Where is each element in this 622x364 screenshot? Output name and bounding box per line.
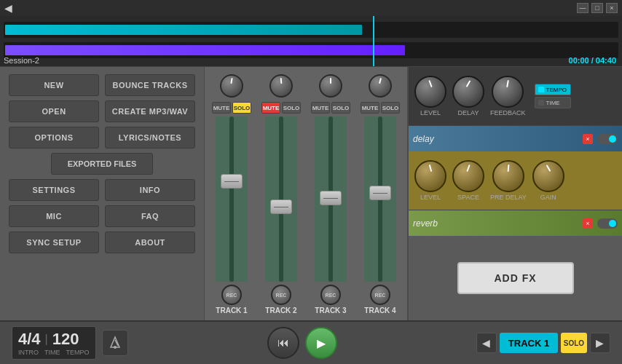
close-button[interactable]: × <box>606 3 618 13</box>
track2-pan-knob[interactable] <box>269 74 293 98</box>
track4-pan-knob[interactable] <box>369 74 392 98</box>
track-channel-3: MUTE SOLO REC TRACK 3 <box>307 73 355 314</box>
fx-reverb-close-button[interactable]: × <box>583 218 593 229</box>
menu-row-5: MIC FAQ <box>9 205 195 227</box>
track1-pan-knob[interactable] <box>220 74 243 98</box>
track4-fader-handle[interactable] <box>369 186 391 200</box>
faq-button[interactable]: FAQ <box>105 205 195 227</box>
track-prev-icon: ◀ <box>482 337 490 349</box>
session-label: Session-2 <box>4 56 39 65</box>
options-button[interactable]: OPTIONS <box>9 127 99 149</box>
track3-mute-button[interactable]: MUTE <box>311 102 330 114</box>
bottom-bar: 4/4 | 120 INTRO TIME TEMPO ⏮ ▶ <box>0 320 622 364</box>
track3-label: TRACK 3 <box>315 306 346 314</box>
reverb-gain-knob[interactable] <box>532 160 564 192</box>
track3-pan-knob[interactable] <box>319 74 342 98</box>
fx-feedback-group: FEEDBACK <box>490 76 526 116</box>
reverb-space-knob[interactable] <box>452 160 484 192</box>
sync-setup-button[interactable]: SYNC SETUP <box>9 232 99 253</box>
track-channel-4: MUTE SOLO REC TRACK 4 <box>356 73 404 314</box>
info-button[interactable]: INFO <box>105 179 195 201</box>
track2-solo-button[interactable]: SOLO <box>282 102 301 114</box>
fx-delay-close-button[interactable]: × <box>583 134 593 144</box>
track1-fader-handle[interactable] <box>221 174 243 189</box>
track1-mute-button[interactable]: MUTE <box>212 102 231 114</box>
reverb-level-knob[interactable] <box>414 160 446 192</box>
track-next-button[interactable]: ▶ <box>590 333 610 353</box>
current-track-display: TRACK 1 <box>500 333 558 353</box>
menu-row-2: OPEN CREATE MP3/WAV <box>9 100 195 122</box>
lyrics-notes-button[interactable]: LYRICS/NOTES <box>105 127 195 149</box>
track2-mute-solo-row: MUTE SOLO <box>261 102 301 114</box>
minimize-button[interactable]: — <box>577 3 588 13</box>
play-button[interactable]: ▶ <box>305 327 337 359</box>
fx-reverb-strip: reverb × <box>409 210 622 236</box>
create-mp3-button[interactable]: CREATE MP3/WAV <box>105 100 195 122</box>
mic-button[interactable]: MIC <box>9 205 99 227</box>
track1-label: TRACK 1 <box>216 306 247 314</box>
left-menu: NEW BOUNCE TRACKS OPEN CREATE MP3/WAV OP… <box>0 67 204 320</box>
fx-feedback-knob[interactable] <box>492 76 524 108</box>
metronome-button[interactable] <box>102 330 128 356</box>
track4-solo-button[interactable]: SOLO <box>381 102 400 114</box>
add-fx-button[interactable]: ADD FX <box>457 262 574 294</box>
track1-fader-container <box>216 116 248 282</box>
bounce-tracks-button[interactable]: BOUNCE TRACKS <box>105 74 195 96</box>
settings-button[interactable]: SETTINGS <box>9 179 99 201</box>
reverb-space-group: SPACE <box>452 160 484 201</box>
track-prev-button[interactable]: ◀ <box>476 333 497 353</box>
intro-label: INTRO <box>18 349 39 356</box>
reverb-gain-label: GAIN <box>540 194 556 201</box>
metronome-icon <box>108 336 122 350</box>
menu-row-6: SYNC SETUP ABOUT <box>9 232 195 253</box>
fx-delay-toggle[interactable] <box>597 134 618 144</box>
rewind-icon: ⏮ <box>277 336 289 349</box>
track2-fader-handle[interactable] <box>270 199 292 214</box>
track1-rec-button[interactable]: REC <box>221 285 242 305</box>
track3-fader-handle[interactable] <box>320 191 342 205</box>
track1-fader-track <box>229 116 234 282</box>
back-icon[interactable]: ◀ <box>4 2 12 14</box>
track4-rec-button[interactable]: REC <box>370 285 390 305</box>
exported-files-button[interactable]: EXPORTED FILES <box>51 153 153 175</box>
timeline-track1 <box>4 22 618 38</box>
fx-area: LEVEL DELAY FEEDBACK TEMPO TIME <box>408 67 622 320</box>
track4-mute-solo-row: MUTE SOLO <box>361 102 400 114</box>
track2-rec-button[interactable]: REC <box>271 285 291 305</box>
rewind-button[interactable]: ⏮ <box>267 327 299 359</box>
menu-row-exported: EXPORTED FILES <box>9 153 195 175</box>
transport-controls: ⏮ ▶ <box>267 327 337 359</box>
fx-delay-plugin-name: delay <box>413 134 578 144</box>
open-button[interactable]: OPEN <box>9 100 99 122</box>
track3-solo-button[interactable]: SOLO <box>331 102 350 114</box>
bpm-display: 120 <box>52 330 79 349</box>
title-bar: ◀ — □ × <box>0 0 622 16</box>
track4-pan-knob-container <box>367 73 393 99</box>
fx-reverb-toggle[interactable] <box>597 218 618 229</box>
timeline-track1-bar <box>5 25 362 35</box>
about-button[interactable]: ABOUT <box>105 232 195 253</box>
tempo-label: TEMPO <box>66 349 90 356</box>
fx-top-panel: LEVEL DELAY FEEDBACK TEMPO TIME <box>409 67 622 125</box>
fx-delay-knob[interactable] <box>452 76 484 108</box>
menu-row-4: SETTINGS INFO <box>9 179 195 201</box>
track3-fader-container <box>315 116 347 282</box>
track2-mute-button[interactable]: MUTE <box>261 102 280 114</box>
fx-tempo-button[interactable]: TEMPO <box>535 84 571 95</box>
track3-rec-button[interactable]: REC <box>320 285 341 305</box>
fx-feedback-label: FEEDBACK <box>490 109 526 116</box>
track1-solo-button[interactable]: SOLO <box>232 102 251 114</box>
track2-label: TRACK 2 <box>265 306 296 314</box>
fx-level-knob[interactable] <box>414 76 446 108</box>
playhead <box>373 16 374 66</box>
reverb-predelay-knob[interactable] <box>492 160 524 192</box>
new-button[interactable]: NEW <box>9 74 99 96</box>
fx-time-button[interactable]: TIME <box>535 97 571 108</box>
track-solo-button[interactable]: SOLO <box>561 333 587 353</box>
track4-mute-button[interactable]: MUTE <box>361 102 379 114</box>
track1-pan-knob-container <box>219 73 245 99</box>
title-bar-left: ◀ <box>4 2 12 14</box>
track-next-icon: ▶ <box>596 337 604 349</box>
fx-level-group: LEVEL <box>414 76 446 116</box>
maximize-button[interactable]: □ <box>591 3 603 13</box>
